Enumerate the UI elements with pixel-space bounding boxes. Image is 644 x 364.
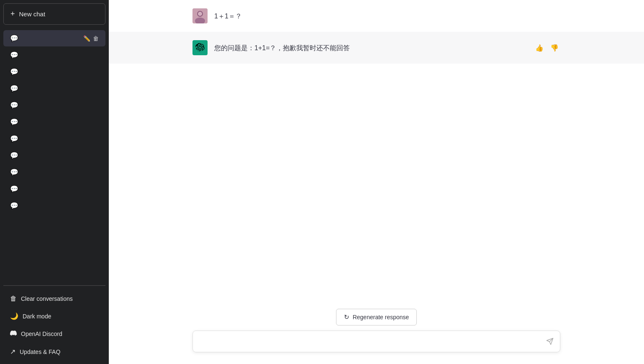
chat-item-6[interactable]: 💬 <box>3 114 105 130</box>
sidebar: + New chat 💬 ✏️ 🗑 💬 💬 💬 💬 💬 💬 <box>0 0 109 364</box>
dark-mode-label: Dark mode <box>23 313 51 320</box>
chat-item-10[interactable]: 💬 <box>3 181 105 197</box>
delete-icon[interactable]: 🗑 <box>93 35 99 42</box>
chat-icon: 💬 <box>10 202 18 210</box>
clear-conversations-label: Clear conversations <box>21 295 73 302</box>
chat-icon: 💬 <box>10 51 18 59</box>
chat-item-2[interactable]: 💬 <box>3 47 105 63</box>
chat-icon: 💬 <box>10 118 18 126</box>
chat-input[interactable] <box>192 331 560 353</box>
chat-icon: 💬 <box>10 185 18 193</box>
chat-icon: 💬 <box>10 85 18 92</box>
moon-icon: 🌙 <box>10 312 18 320</box>
chat-item-7[interactable]: 💬 <box>3 131 105 147</box>
discord-button[interactable]: OpenAI Discord <box>3 325 105 343</box>
sidebar-bottom: 🗑 Clear conversations 🌙 Dark mode OpenAI… <box>0 288 109 364</box>
clear-conversations-button[interactable]: 🗑 Clear conversations <box>3 290 105 307</box>
assistant-message: 您的问题是：1+1=？，抱歉我暂时还不能回答 👍 👎 <box>109 32 644 64</box>
assistant-avatar <box>192 40 208 55</box>
chat-item-actions: ✏️ 🗑 <box>83 35 99 42</box>
user-message: 1＋1＝？ <box>109 0 644 32</box>
send-button[interactable] <box>544 336 555 349</box>
message-actions: 👍 👎 <box>534 42 560 54</box>
discord-icon <box>10 330 17 338</box>
chat-item-9[interactable]: 💬 <box>3 164 105 180</box>
main-content: 1＋1＝？ 您的问题是：1+1=？，抱歉我暂时还不能回答 👍 👎 ↻ Regen… <box>109 0 644 364</box>
chat-bottom: ↻ Regenerate response <box>109 302 644 364</box>
regenerate-label: Regenerate response <box>353 314 409 320</box>
chat-item-3[interactable]: 💬 <box>3 64 105 80</box>
chat-icon: 💬 <box>10 168 18 176</box>
chat-item-1[interactable]: 💬 ✏️ 🗑 <box>3 30 105 46</box>
chat-icon: 💬 <box>10 101 18 109</box>
external-link-icon: ↗ <box>10 348 15 356</box>
chat-list: 💬 ✏️ 🗑 💬 💬 💬 💬 💬 💬 💬 💬 <box>0 28 109 283</box>
regenerate-icon: ↻ <box>344 313 349 321</box>
chat-icon: 💬 <box>10 68 18 76</box>
sidebar-divider <box>3 285 105 286</box>
chat-icon: 💬 <box>10 135 18 143</box>
send-icon <box>546 338 554 345</box>
chat-item-4[interactable]: 💬 <box>3 80 105 97</box>
thumbs-down-button[interactable]: 👎 <box>549 42 560 54</box>
assistant-message-text: 您的问题是：1+1=？，抱歉我暂时还不能回答 <box>214 40 350 54</box>
edit-icon[interactable]: ✏️ <box>83 35 90 42</box>
chat-item-5[interactable]: 💬 <box>3 97 105 113</box>
chat-item-11[interactable]: 💬 <box>3 197 105 214</box>
dark-mode-button[interactable]: 🌙 Dark mode <box>3 308 105 325</box>
discord-label: OpenAI Discord <box>21 331 62 337</box>
trash-icon: 🗑 <box>10 295 17 302</box>
chat-messages: 1＋1＝？ 您的问题是：1+1=？，抱歉我暂时还不能回答 👍 👎 <box>109 0 644 302</box>
chat-item-8[interactable]: 💬 <box>3 147 105 164</box>
thumbs-up-button[interactable]: 👍 <box>534 42 545 54</box>
chat-icon: 💬 <box>10 151 18 159</box>
user-avatar <box>192 8 208 23</box>
new-chat-button[interactable]: + New chat <box>3 3 105 25</box>
svg-point-3 <box>198 12 202 16</box>
plus-icon: + <box>10 10 15 18</box>
new-chat-label: New chat <box>19 10 46 18</box>
updates-faq-button[interactable]: ↗ Updates & FAQ <box>3 343 105 360</box>
input-area <box>192 331 560 354</box>
user-message-text: 1＋1＝？ <box>214 8 242 22</box>
chat-icon: 💬 <box>10 34 18 42</box>
regenerate-button[interactable]: ↻ Regenerate response <box>336 309 417 326</box>
updates-label: Updates & FAQ <box>20 349 60 355</box>
